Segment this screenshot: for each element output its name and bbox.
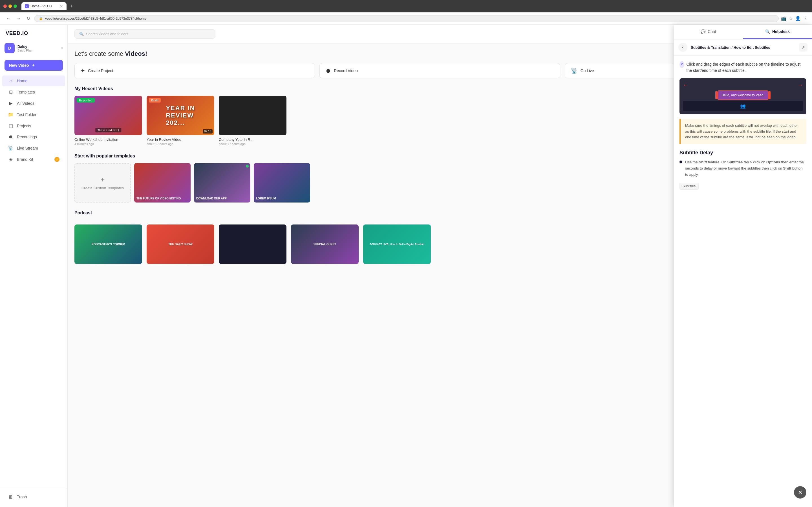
panel-back-button[interactable]: ‹ <box>678 43 688 52</box>
go-live-icon: 📡 <box>571 67 578 74</box>
address-bar[interactable]: 🔒 veed.io/workspaces/22ce6d2f-38c5-4df1-… <box>34 15 779 22</box>
folder-icon: 📁 <box>8 112 13 117</box>
template-card-1[interactable]: THE FUTURE OF VIDEO EDITING <box>134 163 191 203</box>
sidebar-item-recordings[interactable]: ⏺ Recordings <box>2 131 65 142</box>
template-text-3: LOREM IPSUM <box>254 194 310 203</box>
warning-text: Make sure the timings of each subtitle w… <box>685 123 798 139</box>
record-video-label: Record Video <box>334 68 358 73</box>
subtitles-tag[interactable]: Subtitles <box>679 183 699 189</box>
logo: VEED.IO <box>0 29 67 41</box>
bookmark-icon[interactable]: ☆ <box>789 16 793 21</box>
video-people-strip: 👥 <box>683 101 803 111</box>
record-video-icon: ⏺ <box>325 68 331 74</box>
video-title-1: Online Workshop Invitation <box>74 137 142 142</box>
right-arrow-icon: → <box>797 82 803 88</box>
chat-tab[interactable]: 💬 Chat <box>674 25 743 39</box>
user-plan: Basic Plan <box>17 49 58 52</box>
podcast-card-4[interactable]: SPECIAL GUEST <box>291 224 359 264</box>
user-section[interactable]: D Daisy Basic Plan ▾ <box>0 41 67 58</box>
projects-icon: ◫ <box>8 123 13 128</box>
home-icon: ⌂ <box>8 78 13 83</box>
tab-label: Home - VEED <box>31 4 52 8</box>
breadcrumb-separator: / <box>731 45 733 50</box>
nav-home-label: Home <box>17 78 28 83</box>
video-time-1: 4 minutes ago <box>74 142 142 146</box>
new-video-button[interactable]: New Video ＋ <box>4 60 63 71</box>
sidebar-bottom: 🗑 Trash <box>0 489 67 503</box>
close-panel-button[interactable]: ✕ <box>794 486 806 499</box>
podcast-card-3[interactable] <box>219 224 287 264</box>
cast-icon: 📺 <box>781 16 786 21</box>
sidebar-item-home[interactable]: ⌂ Home <box>2 75 65 86</box>
recordings-icon: ⏺ <box>8 134 13 139</box>
create-project-icon: ✦ <box>80 67 85 74</box>
helpdesk-tab-label: Helpdesk <box>772 29 790 34</box>
template-card-2[interactable]: Download Our App <box>194 163 250 203</box>
subtitle-demo: ← → Hello, and welcome to Veed. 👥 <box>679 78 806 114</box>
video-card-3[interactable]: Company Year in R... about 17 hours ago <box>219 96 287 146</box>
panel-tabs: 💬 Chat 🔍 Helpdesk <box>674 25 812 40</box>
sidebar-item-brand-kit[interactable]: ◈ Brand Kit ⚡ <box>2 154 65 165</box>
sidebar-item-trash[interactable]: 🗑 Trash <box>2 492 65 502</box>
sidebar-item-all-videos[interactable]: ▶ All Videos <box>2 98 65 109</box>
subtitle-arrows: ← → <box>683 82 803 88</box>
videos-icon: ▶ <box>8 101 13 106</box>
subtitle-delay-heading: Subtitle Delay <box>679 150 806 156</box>
trash-icon: 🗑 <box>8 494 13 499</box>
forward-button[interactable]: → <box>15 15 22 22</box>
video-thumb-2: Draft YEAR INREVIEW202... 02:13 <box>147 96 214 135</box>
warning-box: Make sure the timings of each subtitle w… <box>679 119 806 144</box>
nav-templates-label: Templates <box>17 90 35 94</box>
user-name: Daisy <box>17 45 58 49</box>
chat-tab-label: Chat <box>708 29 716 34</box>
step-number: 2 <box>679 61 684 68</box>
external-link-button[interactable]: ↗ <box>799 43 808 52</box>
video-time-3: about 17 hours ago <box>219 142 287 146</box>
video-card-1[interactable]: Exported This is a text box :) Online Wo… <box>74 96 142 146</box>
new-video-label: New Video <box>9 63 29 68</box>
maximize-dot[interactable] <box>13 4 17 8</box>
create-custom-templates-card[interactable]: + Create Custom Templates <box>74 163 131 203</box>
menu-icon[interactable]: ⋮ <box>803 16 808 21</box>
search-icon: 🔍 <box>79 32 84 36</box>
helpdesk-panel: 💬 Chat 🔍 Helpdesk ‹ Subtitles & Translat… <box>674 25 812 507</box>
breadcrumb-current: How to Edit Subtitles <box>733 45 770 50</box>
nav-test-folder-label: Test Folder <box>17 112 36 117</box>
sidebar-item-templates[interactable]: ⊞ Templates <box>2 87 65 98</box>
video-card-2[interactable]: Draft YEAR INREVIEW202... 02:13 Year in … <box>147 96 214 146</box>
create-project-card[interactable]: ✦ Create Project <box>74 63 315 78</box>
helpdesk-tab[interactable]: 🔍 Helpdesk <box>743 25 812 39</box>
sidebar-item-live-stream[interactable]: 📡 Live Stream <box>2 143 65 154</box>
record-video-card[interactable]: ⏺ Record Video <box>319 63 560 78</box>
new-tab-button[interactable]: + <box>70 3 73 9</box>
panel-nav: ‹ Subtitles & Translation / How to Edit … <box>674 40 812 55</box>
chevron-down-icon: ▾ <box>61 46 63 50</box>
back-button[interactable]: ← <box>4 15 12 22</box>
nav-projects-label: Projects <box>17 124 31 128</box>
browser-tab[interactable]: V Home - VEED ✕ <box>21 2 66 10</box>
search-placeholder: Search videos and folders <box>86 32 128 36</box>
plus-icon: ＋ <box>31 63 35 68</box>
minimize-dot[interactable] <box>8 4 12 8</box>
sidebar-item-projects[interactable]: ◫ Projects <box>2 120 65 131</box>
close-dot[interactable] <box>3 4 7 8</box>
tab-close-button[interactable]: ✕ <box>60 4 63 8</box>
reload-button[interactable]: ↻ <box>25 15 32 22</box>
breadcrumb-parent: Subtitles & Translation <box>691 45 730 50</box>
sidebar-item-test-folder[interactable]: 📁 Test Folder <box>2 109 65 120</box>
tab-favicon: V <box>25 4 29 8</box>
subtitle-block: Hello, and welcome to Veed. <box>718 91 768 100</box>
video-time-2: about 17 hours ago <box>147 142 214 146</box>
video-thumb-1: Exported This is a text box :) <box>74 96 142 135</box>
podcast-card-1[interactable]: PODCASTER'S CORNER <box>74 224 142 264</box>
panel-body: 2 Click and drag the edges of each subti… <box>674 55 812 507</box>
profile-icon[interactable]: 👤 <box>795 16 801 21</box>
template-card-3[interactable]: LOREM IPSUM <box>254 163 310 203</box>
podcast-card-2[interactable]: THE DAILY SHOW <box>147 224 214 264</box>
create-templates-label: Create Custom Templates <box>82 186 124 190</box>
video-duration-2: 02:13 <box>203 129 213 133</box>
template-text-2: Download Our App <box>194 194 250 203</box>
podcast-card-5[interactable]: PODCAST LIVE: How to Sell a Digital Prod… <box>363 224 431 264</box>
search-bar[interactable]: 🔍 Search videos and folders <box>74 29 215 39</box>
step-description: Click and drag the edges of each subtitl… <box>687 61 807 74</box>
